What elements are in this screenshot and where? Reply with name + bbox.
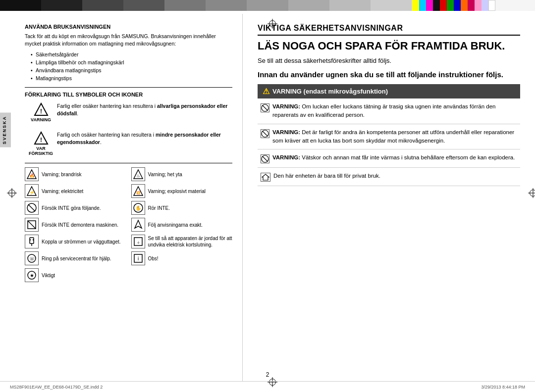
warning-row: ! VARNING Farlig eller osäker hantering … xyxy=(25,100,232,124)
svg-text:!: ! xyxy=(40,137,42,144)
unplug-icon xyxy=(25,235,39,248)
icon-item-important: ★ Viktigt xyxy=(25,268,126,282)
unplug-label: Koppla ur strömmen ur vägguttaget. xyxy=(42,239,121,245)
icon-item-unplug: Koppla ur strömmen ur vägguttaget. xyxy=(25,235,126,248)
icon-item-follow: Följ anvisningarna exakt. xyxy=(131,218,233,232)
service-label: Ring på servicecentrat för hjälp. xyxy=(42,255,111,262)
swatch-black xyxy=(433,0,440,11)
explode-label: Varning; explosivt material xyxy=(148,188,206,195)
icon-item-no-disassemble: Försök INTE demontera maskinen. xyxy=(25,218,126,232)
caution-description: Farlig och osäker hantering kan resulter… xyxy=(57,131,232,146)
icon-item-ground: ⏚ Se till så att apparaten är jordad för… xyxy=(131,235,233,248)
follow-icon xyxy=(131,218,145,232)
heat-icon: ♨ xyxy=(131,167,145,181)
svg-line-13 xyxy=(28,204,35,211)
warning-item-2: VARNING: Det är farligt för andra än kom… xyxy=(258,124,520,150)
warning-text-1: VARNING: Om luckan eller luckans tätning… xyxy=(272,102,520,120)
warning-item-3: VARNING: Vätskor och annan mat får inte … xyxy=(258,149,520,168)
svg-line-33 xyxy=(263,105,268,111)
svg-text:⚡: ⚡ xyxy=(29,190,35,196)
svg-marker-18 xyxy=(135,220,142,228)
divider-2 xyxy=(25,163,232,163)
no-heat-icon xyxy=(261,154,269,163)
ground-label: Se till så att apparaten är jordad för a… xyxy=(148,235,233,248)
fire-label: Varning; brandrisk xyxy=(42,171,81,178)
no-repair-icon xyxy=(261,129,269,138)
svg-line-35 xyxy=(263,131,268,136)
no-touch-icon: ✋ xyxy=(131,201,145,215)
svg-text:☏: ☏ xyxy=(29,256,35,261)
elec-label: Varning; elektricitet xyxy=(42,188,83,195)
swatch-2 xyxy=(41,0,82,11)
obs-icon: i xyxy=(131,251,145,265)
swatch-green xyxy=(447,0,454,11)
section1-title: ANVÄNDA BRUKSANVISNINGEN xyxy=(25,24,232,30)
important-icon: ★ xyxy=(25,268,39,282)
subtitle-large: LÄS NOGA OCH SPARA FÖR FRAMTIDA BRUK. xyxy=(258,40,520,52)
swatch-7 xyxy=(247,0,288,11)
swatch-cyan xyxy=(419,0,426,11)
caution-triangle-icon: ! xyxy=(34,131,49,145)
home-icon xyxy=(261,173,270,182)
warning-item-1: VARNING: Om luckan eller luckans tätning… xyxy=(258,98,520,124)
no-do-icon xyxy=(25,201,39,215)
ground-icon: ⏚ xyxy=(131,235,145,248)
svg-text:i: i xyxy=(137,256,138,261)
main-content: SVENSKA ANVÄNDA BRUKSANVISNINGEN Tack fö… xyxy=(0,14,535,381)
home-use-text: Den här enheten är bara till för privat … xyxy=(273,172,380,180)
icon-item-obs: i Obs! xyxy=(131,251,233,265)
important-label: Viktigt xyxy=(42,272,55,279)
fire-icon: 🔥 xyxy=(25,167,39,181)
page-title-section: VIKTIGA SÄKERHETSANVISNINGAR xyxy=(258,24,520,36)
swatch-pink xyxy=(475,0,482,11)
bullet-3: Användbara matlagningstips xyxy=(31,67,232,75)
swatch-blue xyxy=(454,0,461,11)
no-disassemble-icon xyxy=(25,218,39,232)
footer-left: MS28F901EAW_EE_DE68-04179D_SE.indd 2 xyxy=(10,385,103,390)
warning-triangle-icon: ! xyxy=(34,102,49,116)
electricity-icon: ⚡ xyxy=(25,184,39,198)
svg-text:🔥: 🔥 xyxy=(29,173,35,179)
swatch-white xyxy=(488,0,495,11)
bullet-4: Matlagningstips xyxy=(31,75,232,83)
swatch-5 xyxy=(164,0,206,11)
home-use-item: Den här enheten är bara till för privat … xyxy=(258,168,520,186)
caution-label: VAR FÖRSIKTIG xyxy=(29,146,53,156)
icon-item-heat: ♨ Varning; het yta xyxy=(131,167,233,181)
warning-banner-icon: ⚠ xyxy=(263,87,269,96)
warning-banner: ⚠ VARNING (endast mikrovågsfunktion) xyxy=(258,84,520,98)
no-disassemble-label: Försök INTE demontera maskinen. xyxy=(42,222,118,228)
color-bar-right xyxy=(412,0,495,11)
icon-item-explode: 💥 Varning; explosivt material xyxy=(131,184,233,198)
no-do-label: Försök INTE göra följande. xyxy=(42,205,101,211)
service-icon: ☏ xyxy=(25,251,39,265)
svg-line-17 xyxy=(28,221,36,229)
warning-label: VARNING xyxy=(31,117,51,122)
icon-item-elec: ⚡ Varning; elektricitet xyxy=(25,184,126,198)
page-title: VIKTIGA SÄKERHETSANVISNINGAR xyxy=(258,24,520,33)
svg-line-37 xyxy=(263,156,268,162)
swatch-darkpink xyxy=(468,0,475,11)
svg-text:💥: 💥 xyxy=(136,190,141,195)
page-number: 2 xyxy=(266,371,269,378)
warning-icon-col: ! VARNING xyxy=(25,102,57,122)
icon-item-no-do: Försök INTE göra följande. xyxy=(25,201,126,215)
left-column: SVENSKA ANVÄNDA BRUKSANVISNINGEN Tack fö… xyxy=(0,14,243,381)
obs-label: Obs! xyxy=(148,255,159,262)
divider-1 xyxy=(25,87,232,88)
swatch-6 xyxy=(206,0,247,11)
swatch-magenta xyxy=(426,0,433,11)
bullet-1: Säkerhetsåtgärder xyxy=(31,51,232,59)
bullet-2: Lämpliga tillbehör och matlagningskärl xyxy=(31,59,232,67)
swatch-9 xyxy=(329,0,371,11)
svg-text:⏚: ⏚ xyxy=(137,240,139,245)
no-use-icon xyxy=(261,103,269,112)
warning-banner-text: VARNING (endast mikrovågsfunktion) xyxy=(272,88,388,95)
swatch-orange xyxy=(461,0,468,11)
footer-right: 3/29/2013 8:44:18 PM xyxy=(481,385,525,390)
follow-label: Följ anvisningarna exakt. xyxy=(148,222,203,228)
swatch-4 xyxy=(123,0,164,11)
no-touch-label: Rör INTE. xyxy=(148,205,170,211)
swatch-lightblue xyxy=(482,0,488,11)
bullet-list: Säkerhetsåtgärder Lämpliga tillbehör och… xyxy=(31,51,232,82)
